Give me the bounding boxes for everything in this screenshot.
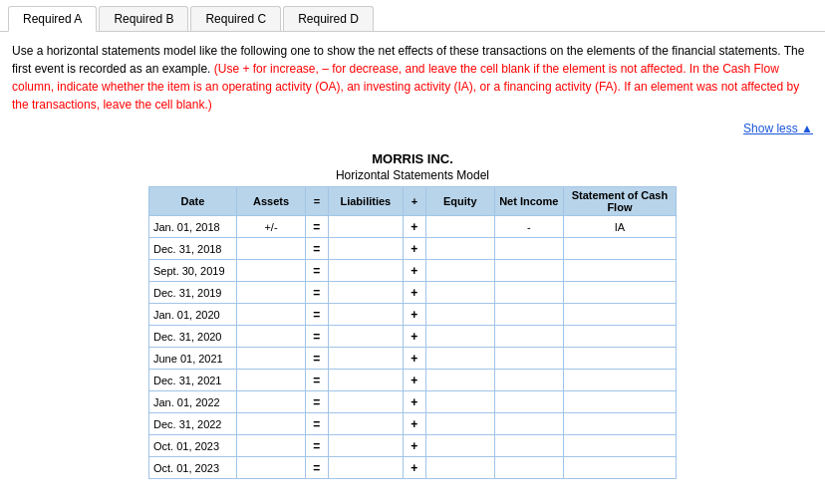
input-net-income[interactable] [495, 349, 563, 369]
input-liabilities[interactable] [329, 261, 403, 281]
cell-liabilities[interactable] [328, 304, 403, 326]
cell-equity[interactable] [425, 413, 494, 435]
input-equity[interactable] [426, 349, 494, 369]
input-net-income[interactable] [495, 436, 563, 456]
cell-assets[interactable] [236, 260, 305, 282]
input-net-income[interactable] [495, 305, 563, 325]
cell-equity[interactable] [425, 348, 494, 370]
cell-liabilities[interactable] [328, 457, 403, 479]
cell-equity[interactable] [425, 326, 494, 348]
cell-cash-flow[interactable] [563, 238, 676, 260]
input-cash-flow[interactable] [564, 414, 676, 434]
cell-net-income[interactable] [494, 457, 563, 479]
cell-assets[interactable] [236, 457, 305, 479]
cell-net-income[interactable] [494, 260, 563, 282]
cell-assets[interactable] [236, 391, 305, 413]
input-cash-flow[interactable] [564, 327, 676, 347]
cell-assets[interactable] [236, 348, 305, 370]
cell-equity[interactable] [425, 238, 494, 260]
cell-cash-flow[interactable] [563, 457, 676, 479]
cell-assets[interactable] [236, 238, 305, 260]
input-equity[interactable] [426, 414, 494, 434]
cell-liabilities[interactable] [328, 391, 403, 413]
cell-assets[interactable] [236, 282, 305, 304]
input-assets[interactable] [237, 392, 305, 412]
cell-liabilities[interactable] [328, 348, 403, 370]
cell-cash-flow[interactable] [563, 282, 676, 304]
cell-equity[interactable] [425, 260, 494, 282]
cell-cash-flow[interactable] [563, 348, 676, 370]
cell-net-income[interactable] [494, 238, 563, 260]
input-liabilities[interactable] [329, 349, 403, 369]
input-liabilities[interactable] [329, 305, 403, 325]
tab-required-b[interactable]: Required B [99, 6, 188, 31]
cell-liabilities[interactable] [328, 260, 403, 282]
input-assets[interactable] [237, 283, 305, 303]
input-equity[interactable] [426, 436, 494, 456]
cell-liabilities[interactable] [328, 413, 403, 435]
cell-assets[interactable] [236, 304, 305, 326]
input-cash-flow[interactable] [564, 305, 676, 325]
input-liabilities[interactable] [329, 458, 403, 478]
input-net-income[interactable] [495, 458, 563, 478]
input-equity[interactable] [426, 239, 494, 259]
input-assets[interactable] [237, 414, 305, 434]
cell-equity[interactable] [425, 304, 494, 326]
input-cash-flow[interactable] [564, 436, 676, 456]
tab-required-c[interactable]: Required C [190, 6, 281, 31]
input-equity[interactable] [426, 305, 494, 325]
cell-net-income[interactable] [494, 348, 563, 370]
cell-liabilities[interactable] [328, 216, 403, 238]
cell-equity[interactable] [425, 370, 494, 391]
input-liabilities[interactable] [329, 371, 403, 390]
input-equity[interactable] [426, 283, 494, 303]
cell-assets[interactable] [236, 326, 305, 348]
cell-assets[interactable] [236, 413, 305, 435]
cell-cash-flow[interactable] [563, 370, 676, 391]
input-equity[interactable] [426, 458, 494, 478]
cell-equity[interactable] [425, 457, 494, 479]
input-liabilities[interactable] [329, 392, 403, 412]
input-net-income[interactable] [495, 414, 563, 434]
input-equity[interactable] [426, 327, 494, 347]
cell-net-income[interactable] [494, 413, 563, 435]
tab-required-d[interactable]: Required D [283, 6, 374, 31]
input-net-income[interactable] [495, 239, 563, 259]
cell-cash-flow[interactable] [563, 435, 676, 457]
input-cash-flow[interactable] [564, 261, 676, 281]
show-less-button[interactable]: Show less ▲ [0, 120, 825, 141]
input-assets[interactable] [237, 239, 305, 259]
input-cash-flow[interactable] [564, 283, 676, 303]
cell-equity[interactable] [425, 216, 494, 238]
cell-cash-flow[interactable] [563, 326, 676, 348]
input-assets[interactable] [237, 371, 305, 390]
input-liabilities[interactable] [329, 217, 403, 237]
cell-cash-flow[interactable] [563, 391, 676, 413]
cell-liabilities[interactable] [328, 370, 403, 391]
input-assets[interactable] [237, 327, 305, 347]
input-net-income[interactable] [495, 392, 563, 412]
input-equity[interactable] [426, 392, 494, 412]
cell-liabilities[interactable] [328, 326, 403, 348]
input-assets[interactable] [237, 261, 305, 281]
tab-required-a[interactable]: Required A [8, 6, 97, 32]
input-cash-flow[interactable] [564, 239, 676, 259]
cell-assets[interactable] [236, 370, 305, 391]
input-liabilities[interactable] [329, 414, 403, 434]
input-liabilities[interactable] [329, 239, 403, 259]
input-assets[interactable] [237, 458, 305, 478]
input-net-income[interactable] [495, 283, 563, 303]
cell-liabilities[interactable] [328, 435, 403, 457]
input-liabilities[interactable] [329, 327, 403, 347]
input-equity[interactable] [426, 371, 494, 390]
input-liabilities[interactable] [329, 283, 403, 303]
cell-net-income[interactable] [494, 391, 563, 413]
input-equity[interactable] [426, 261, 494, 281]
input-liabilities[interactable] [329, 436, 403, 456]
input-cash-flow[interactable] [564, 349, 676, 369]
input-cash-flow[interactable] [564, 371, 676, 390]
input-assets[interactable] [237, 436, 305, 456]
input-equity[interactable] [426, 217, 494, 237]
cell-assets[interactable] [236, 435, 305, 457]
cell-cash-flow[interactable] [563, 260, 676, 282]
